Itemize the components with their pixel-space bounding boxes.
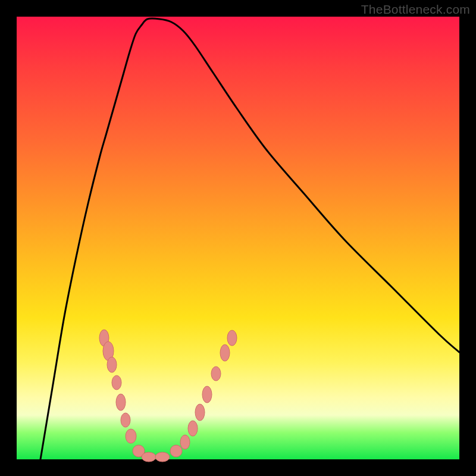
bottleneck-curve (40, 18, 459, 459)
curve-marker (126, 429, 136, 443)
curve-marker (121, 413, 130, 427)
curve-marker (211, 367, 221, 381)
curve-marker (107, 357, 117, 372)
curve-marker (180, 435, 190, 449)
chart-overlay (17, 17, 459, 459)
curve-markers (99, 330, 237, 462)
watermark-text: TheBottleneck.com (361, 2, 470, 17)
curve-marker (195, 404, 205, 421)
curve-marker (155, 452, 170, 462)
curve-marker (227, 330, 237, 346)
chart-frame: TheBottleneck.com (0, 0, 476, 476)
curve-marker (112, 375, 121, 390)
curve-marker (142, 452, 156, 462)
curve-marker (220, 345, 230, 361)
curve-marker (188, 421, 198, 436)
curve-marker (202, 386, 212, 403)
plot-area (17, 17, 459, 459)
curve-marker (170, 445, 182, 457)
curve-marker (116, 394, 126, 411)
